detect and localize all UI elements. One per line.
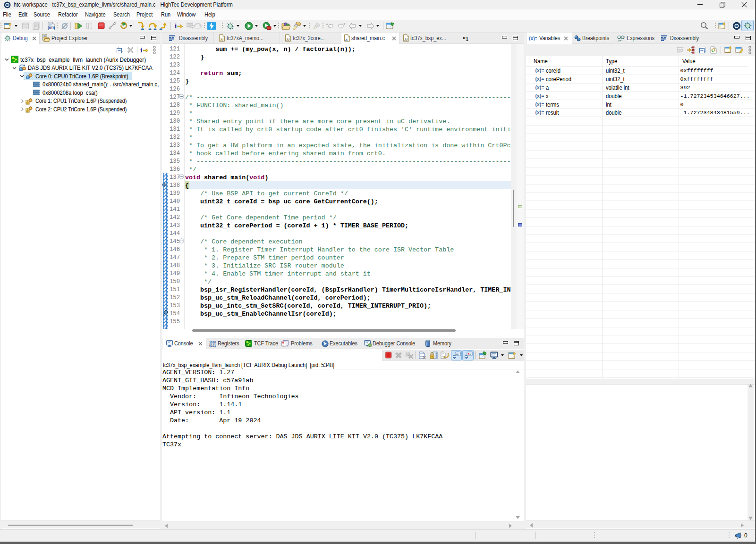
- svg-text:0101: 0101: [209, 344, 216, 347]
- svg-text:i: i: [140, 46, 142, 54]
- svg-text:.ld: .ld: [286, 38, 289, 41]
- svg-text:.ld: .ld: [220, 38, 223, 41]
- svg-text:.ld: .ld: [404, 38, 408, 41]
- svg-text:(x)=: (x)=: [529, 36, 537, 41]
- svg-text:.c: .c: [345, 37, 348, 42]
- svg-text:010: 010: [49, 26, 55, 30]
- svg-text:x=: x=: [618, 39, 621, 42]
- svg-text:i: i: [175, 22, 177, 30]
- svg-text:1010: 1010: [209, 341, 216, 344]
